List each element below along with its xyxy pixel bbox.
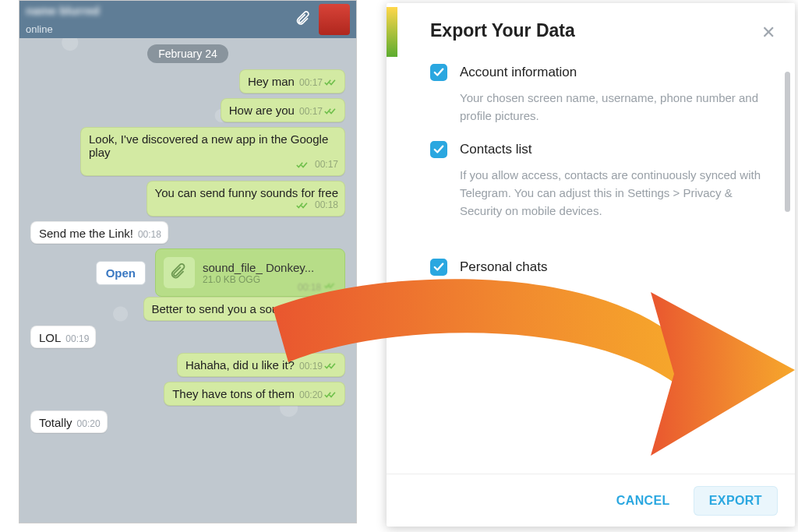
file-message-row: Open sound_file_ Donkey... 21.0 KB OGG 0… [96, 248, 345, 297]
read-checks-icon [324, 105, 338, 118]
checkbox-contacts-list[interactable] [430, 141, 447, 158]
date-separator: February 24 [147, 44, 228, 63]
option-label: Personal chats [460, 259, 547, 275]
read-checks-icon [324, 304, 338, 317]
chat-peer-name: ​name blurred [26, 5, 100, 16]
message-in[interactable]: LOL00:19 [30, 326, 96, 348]
message-in[interactable]: Totally00:20 [30, 410, 108, 433]
message-text: Look, I've discovered a new app in the G… [89, 132, 328, 159]
option-label: Contacts list [460, 142, 532, 157]
message-out[interactable]: Look, I've discovered a new app in the G… [80, 127, 345, 176]
export-option-contacts-list[interactable]: Contacts list If you allow access, conta… [430, 141, 770, 220]
message-in[interactable]: Send me the Link!00:18 [30, 221, 168, 244]
message-text: How are you [229, 104, 295, 117]
message-time: 00:19 [65, 333, 89, 344]
export-option-bot-chats[interactable]: Bot chats [430, 287, 770, 304]
close-icon[interactable]: ✕ [757, 22, 779, 44]
chat-peer-status: online [26, 24, 100, 34]
dialog-body: Account information Your chosen screen n… [408, 64, 779, 469]
file-name: sound_file_ Donkey... [203, 261, 314, 274]
export-data-dialog: Export Your Data ✕ Account information Y… [387, 3, 795, 527]
message-out[interactable]: Better to send you a sound!00:19 [143, 297, 346, 321]
checkbox-account-information[interactable] [430, 64, 447, 81]
chat-messages: February 24 Hey man00:17 How are you00:1… [19, 38, 356, 523]
chat-window: ​name blurred online February 24 Hey man… [19, 0, 357, 523]
cancel-button[interactable]: CANCEL [601, 486, 686, 516]
message-time: 00:17 [299, 106, 323, 117]
dialog-footer: CANCEL EXPORT [387, 474, 795, 527]
avatar[interactable] [319, 4, 350, 35]
message-out[interactable]: You can send funny sounds for free00:18 [147, 181, 345, 217]
message-text: Hahaha, did u like it? [185, 358, 295, 372]
file-bubble[interactable]: sound_file_ Donkey... 21.0 KB OGG 00:18 [155, 248, 345, 297]
checkbox-personal-chats[interactable] [430, 259, 447, 276]
dialog-title: Export Your Data [387, 3, 795, 48]
message-text: Totally [39, 416, 72, 429]
open-file-button[interactable]: Open [96, 261, 146, 285]
checkbox-bot-chats[interactable] [430, 287, 447, 304]
option-description: If you allow access, contacts are contin… [460, 166, 770, 220]
message-text: LOL [39, 331, 61, 344]
attach-icon[interactable] [295, 9, 312, 30]
message-text: Hey man [248, 75, 295, 88]
read-checks-icon [324, 76, 338, 90]
option-label: Account information [460, 65, 577, 80]
message-text: Send me the Link! [39, 227, 133, 240]
message-time: 00:17 [315, 159, 338, 170]
option-label: Private groups [460, 315, 546, 331]
export-option-account-information[interactable]: Account information Your chosen screen n… [430, 64, 770, 125]
message-out[interactable]: They have tons of them00:20 [164, 382, 345, 406]
read-checks-icon [324, 360, 338, 373]
attachment-icon [164, 257, 195, 288]
message-out[interactable]: How are you00:17 [221, 98, 345, 122]
message-time: 00:18 [298, 282, 321, 293]
message-time: 00:18 [138, 229, 161, 240]
message-time: 00:19 [299, 361, 323, 372]
read-checks-icon [296, 199, 310, 213]
message-out[interactable]: Hahaha, did u like it?00:19 [177, 353, 345, 377]
message-out[interactable]: Hey man00:17 [239, 69, 345, 93]
message-time: 00:18 [315, 199, 338, 210]
read-checks-icon [324, 389, 338, 402]
export-button[interactable]: EXPORT [694, 486, 778, 516]
message-text: Better to send you a sound! [152, 302, 295, 315]
message-time: 00:20 [77, 418, 101, 429]
checkbox-private-groups[interactable] [430, 315, 447, 332]
option-label: Bot chats [460, 287, 515, 303]
option-description: Your chosen screen name, username, phone… [460, 89, 770, 125]
message-text: You can send funny sounds for free [155, 186, 338, 199]
export-option-personal-chats[interactable]: Personal chats [430, 259, 770, 276]
message-time: 00:20 [299, 389, 323, 400]
message-text: They have tons of them [172, 387, 295, 400]
read-checks-icon [296, 159, 310, 172]
message-time: 00:19 [299, 305, 323, 315]
scrollbar-thumb[interactable] [785, 72, 790, 212]
read-checks-icon [324, 281, 337, 293]
message-time: 00:17 [299, 77, 323, 88]
chat-header: ​name blurred online [19, 1, 356, 38]
export-option-private-groups[interactable]: Private groups [430, 315, 770, 332]
